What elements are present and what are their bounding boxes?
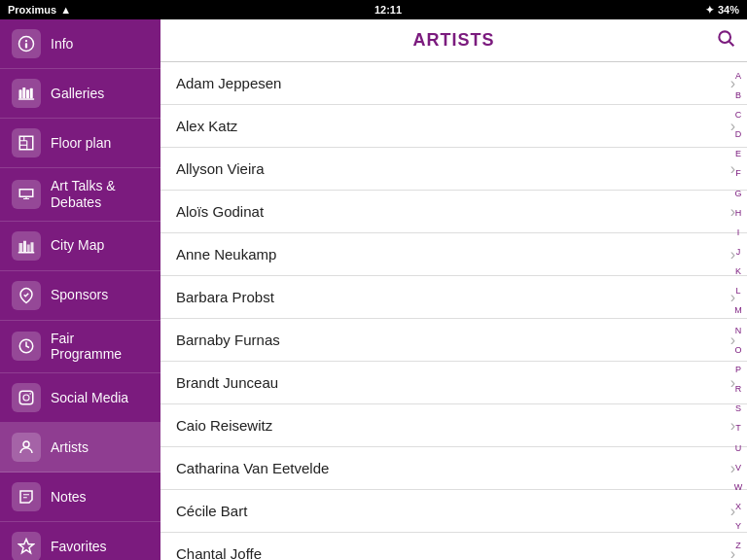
- artist-name: Catharina Van Eetvelde: [176, 460, 329, 476]
- social-media-icon: [12, 383, 41, 412]
- search-button[interactable]: [716, 28, 735, 52]
- alpha-index-letter[interactable]: V: [735, 464, 741, 472]
- svg-rect-4: [22, 88, 25, 98]
- alpha-index-letter[interactable]: O: [734, 346, 741, 355]
- sidebar-item-favorites[interactable]: Favorites: [0, 522, 160, 560]
- carrier-label: Proximus: [8, 4, 56, 16]
- svg-rect-12: [18, 252, 35, 254]
- sidebar-label-floor-plan: Floor plan: [51, 135, 111, 152]
- alpha-index-letter[interactable]: J: [736, 248, 741, 257]
- artist-row[interactable]: Aloïs Godinat ›: [160, 191, 747, 233]
- sponsors-icon: [12, 281, 41, 310]
- sidebar-item-city-map[interactable]: City Map: [0, 222, 160, 271]
- alpha-index-letter[interactable]: B: [735, 91, 741, 100]
- alpha-index-letter[interactable]: S: [735, 404, 741, 413]
- alpha-index-letter[interactable]: A: [735, 72, 741, 81]
- alpha-index-letter[interactable]: E: [735, 150, 741, 158]
- svg-rect-1: [25, 43, 27, 48]
- artist-row[interactable]: Chantal Joffe ›: [160, 533, 747, 560]
- artist-name: Barbara Probst: [176, 289, 274, 305]
- svg-rect-6: [30, 88, 33, 99]
- galleries-icon: [12, 79, 41, 108]
- artist-row[interactable]: Barbara Probst ›: [160, 276, 747, 319]
- sidebar-item-galleries[interactable]: Galleries: [0, 69, 160, 119]
- artist-name: Caio Reisewitz: [176, 417, 272, 434]
- app-container: Info Galleries Floor plan Art Talks & De…: [0, 19, 747, 560]
- sidebar-item-notes[interactable]: Notes: [0, 472, 160, 522]
- alpha-index-letter[interactable]: F: [735, 169, 741, 178]
- svg-point-15: [23, 395, 29, 401]
- time-label: 12:11: [374, 4, 402, 16]
- status-right: ✦ 34%: [705, 4, 739, 17]
- svg-point-0: [25, 40, 27, 42]
- artists-icon: [12, 433, 41, 462]
- artist-name: Cécile Bart: [176, 503, 247, 519]
- alpha-index-letter[interactable]: Z: [735, 542, 741, 550]
- sidebar: Info Galleries Floor plan Art Talks & De…: [0, 19, 160, 560]
- alpha-index-letter[interactable]: X: [735, 503, 741, 511]
- artist-row[interactable]: Cécile Bart ›: [160, 490, 747, 533]
- wifi-icon: ▲: [60, 4, 71, 16]
- main-content: ARTISTS Adam Jeppesen › Alex Katz › Ally…: [160, 19, 747, 560]
- sidebar-item-art-talks[interactable]: Art Talks & Debates: [0, 168, 160, 222]
- alpha-index-letter[interactable]: K: [735, 267, 741, 276]
- svg-point-19: [719, 31, 730, 43]
- alpha-index-letter[interactable]: L: [735, 287, 740, 296]
- svg-rect-10: [27, 244, 30, 252]
- sidebar-item-artists[interactable]: Artists: [0, 423, 160, 472]
- sidebar-item-floor-plan[interactable]: Floor plan: [0, 119, 160, 168]
- sidebar-label-notes: Notes: [51, 489, 87, 506]
- sidebar-label-artists: Artists: [51, 439, 89, 456]
- artist-row[interactable]: Catharina Van Eetvelde ›: [160, 447, 747, 490]
- artist-name: Barnaby Furnas: [176, 332, 280, 348]
- svg-rect-3: [19, 89, 22, 98]
- status-bar: Proximus ▲ 12:11 ✦ 34%: [0, 0, 747, 19]
- alpha-index-letter[interactable]: P: [735, 366, 741, 374]
- alpha-index-letter[interactable]: D: [735, 130, 742, 139]
- artist-row[interactable]: Allyson Vieira ›: [160, 148, 747, 191]
- sidebar-label-fair-programme: Fair Programme: [51, 331, 149, 364]
- sidebar-item-social-media[interactable]: Social Media: [0, 373, 160, 423]
- svg-rect-8: [19, 243, 23, 252]
- city-map-icon: [12, 231, 41, 261]
- sidebar-item-fair-programme[interactable]: Fair Programme: [0, 321, 160, 374]
- alpha-index-letter[interactable]: G: [734, 190, 741, 198]
- alpha-index-letter[interactable]: M: [734, 306, 742, 315]
- alpha-index-letter[interactable]: R: [735, 385, 742, 394]
- alpha-index-letter[interactable]: H: [735, 209, 742, 218]
- alpha-index-letter[interactable]: Y: [735, 522, 741, 531]
- alpha-index-letter[interactable]: C: [735, 111, 742, 120]
- sidebar-item-info[interactable]: Info: [0, 19, 160, 69]
- artist-row[interactable]: Brandt Junceau ›: [160, 362, 747, 404]
- svg-point-17: [23, 441, 29, 447]
- alpha-index-letter[interactable]: T: [735, 424, 741, 433]
- artist-row[interactable]: Caio Reisewitz ›: [160, 404, 747, 447]
- alpha-index[interactable]: ABCDEFGHIJKLMNOPRSTUVWXYZ: [729, 62, 747, 560]
- svg-rect-9: [23, 240, 26, 251]
- list-header: ARTISTS: [160, 19, 747, 62]
- artist-row[interactable]: Barnaby Furnas ›: [160, 319, 747, 362]
- svg-rect-11: [31, 242, 34, 252]
- art-talks-icon: [12, 180, 41, 209]
- sidebar-label-city-map: City Map: [51, 237, 104, 254]
- battery-label: 34%: [718, 4, 739, 16]
- sidebar-label-galleries: Galleries: [51, 86, 104, 102]
- artist-list[interactable]: Adam Jeppesen › Alex Katz › Allyson Viei…: [160, 62, 747, 560]
- artist-row[interactable]: Alex Katz ›: [160, 105, 747, 148]
- fair-programme-icon: [12, 332, 41, 361]
- alpha-index-letter[interactable]: W: [734, 483, 743, 492]
- favorites-icon: [12, 532, 41, 560]
- sidebar-item-sponsors[interactable]: Sponsors: [0, 271, 160, 321]
- sidebar-label-sponsors: Sponsors: [51, 287, 108, 303]
- info-icon: [12, 29, 41, 58]
- alpha-index-letter[interactable]: N: [735, 327, 742, 335]
- sidebar-label-info: Info: [51, 36, 73, 52]
- artist-row[interactable]: Anne Neukamp ›: [160, 233, 747, 276]
- alpha-index-letter[interactable]: I: [737, 228, 740, 237]
- list-title: ARTISTS: [412, 30, 494, 51]
- alpha-index-letter[interactable]: U: [735, 444, 742, 453]
- artist-name: Allyson Vieira: [176, 160, 265, 177]
- artist-name: Alex Katz: [176, 118, 237, 134]
- artist-row[interactable]: Adam Jeppesen ›: [160, 62, 747, 105]
- artist-name: Adam Jeppesen: [176, 75, 281, 91]
